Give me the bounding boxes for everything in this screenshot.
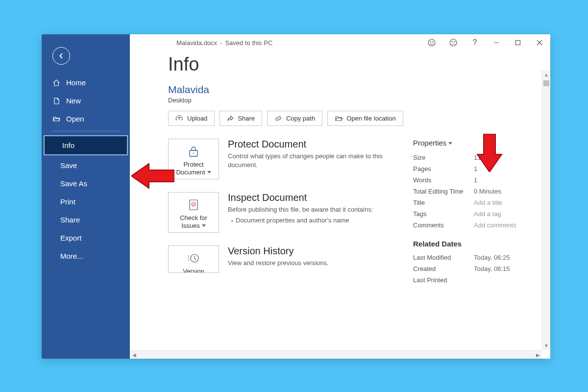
prop-created: CreatedToday, 06:15 (413, 263, 531, 274)
prop-comments[interactable]: CommentsAdd comments (413, 220, 531, 231)
scroll-down-arrow[interactable]: ▼ (542, 342, 550, 350)
svg-point-3 (450, 39, 457, 46)
svg-point-11 (193, 153, 195, 154)
feedback-frown-button[interactable] (442, 34, 464, 51)
prop-last-printed: Last Printed (413, 274, 531, 286)
scroll-thumb[interactable] (543, 80, 549, 86)
section-title: Version History (228, 245, 393, 257)
sidebar-item-export[interactable]: Export (42, 229, 130, 247)
sidebar-label: Export (60, 234, 81, 242)
history-icon (171, 251, 217, 266)
version-history-button[interactable]: Version (168, 245, 219, 273)
help-button[interactable]: ? (464, 34, 486, 51)
sidebar-item-print[interactable]: Print (42, 193, 130, 211)
button-text: Check for (180, 214, 207, 221)
smile-icon (427, 38, 436, 47)
feedback-smile-button[interactable] (421, 34, 442, 51)
check-issues-icon (171, 197, 217, 212)
related-dates-heading: Related Dates (413, 240, 531, 248)
prop-tags[interactable]: TagsAdd a tag (413, 208, 531, 220)
maximize-icon (515, 40, 521, 46)
sidebar-divider (51, 131, 120, 131)
sidebar-label: Print (60, 197, 75, 206)
maximize-button[interactable] (507, 34, 529, 51)
title-sep: - (220, 39, 222, 47)
sidebar-item-info[interactable]: Info (44, 135, 128, 155)
button-text: Version (183, 268, 204, 273)
bullet-item: Document properties and author's name (236, 216, 393, 225)
properties-dropdown[interactable]: Properties (413, 139, 531, 147)
scroll-up-arrow[interactable]: ▲ (542, 71, 550, 79)
cloud-upload-icon (175, 115, 183, 122)
prop-size: Size11.6KB (413, 152, 531, 163)
section-desc: View and restore previous versions. (228, 259, 393, 268)
content-scroll: Info Malavida Desktop Upload Share Copy … (130, 51, 550, 359)
sidebar-label: Info (62, 141, 74, 149)
document-location: Desktop (168, 97, 550, 104)
sidebar-label: Share (60, 216, 80, 224)
sidebar-item-open[interactable]: Open (42, 110, 130, 128)
sidebar-item-more[interactable]: More... (42, 247, 130, 265)
share-icon (227, 115, 234, 122)
svg-rect-7 (516, 41, 520, 45)
svg-point-4 (452, 41, 452, 42)
button-text: Document (176, 169, 205, 176)
properties-column: Properties Size11.6KB Pages1 Words1 Tota… (413, 139, 531, 320)
sidebar-label: Save (60, 161, 77, 170)
scroll-right-arrow[interactable]: ▶ (534, 351, 542, 359)
sidebar-item-save-as[interactable]: Save As (42, 174, 130, 193)
new-doc-icon (52, 97, 60, 105)
svg-point-2 (433, 41, 433, 42)
copy-path-button[interactable]: Copy path (267, 111, 322, 126)
button-label: Upload (187, 115, 207, 122)
open-location-button[interactable]: Open file location (327, 111, 403, 126)
sidebar-item-home[interactable]: Home (42, 74, 130, 92)
page-title: Info (168, 54, 550, 75)
sidebar-item-new[interactable]: New (42, 92, 130, 110)
title-bar: Malavida.docx - Saved to this PC ? (130, 34, 550, 51)
title-filename: Malavida.docx (176, 39, 217, 47)
minimize-button[interactable] (486, 34, 507, 51)
svg-point-0 (428, 39, 435, 46)
protect-document-button[interactable]: ProtectDocument (168, 139, 219, 179)
content-area: Malavida.docx - Saved to this PC ? (130, 34, 550, 359)
svg-point-1 (430, 41, 431, 42)
word-backstage-window: Home New Open Info Save Save As Print (42, 34, 550, 359)
close-button[interactable] (529, 34, 550, 51)
section-title: Inspect Document (228, 192, 393, 203)
sidebar-label: More... (60, 252, 83, 260)
home-icon (52, 79, 60, 87)
sidebar-item-save[interactable]: Save (42, 156, 130, 174)
title-right-controls: ? (421, 34, 550, 51)
scroll-left-arrow[interactable]: ◀ (130, 351, 138, 359)
sidebar-label: Save As (60, 179, 87, 188)
section-title: Protect Document (228, 139, 393, 150)
share-button[interactable]: Share (220, 111, 262, 126)
lock-icon (171, 144, 217, 159)
svg-point-5 (454, 41, 455, 42)
vertical-scrollbar[interactable]: ▲ ▼ (542, 71, 550, 350)
upload-button[interactable]: Upload (168, 111, 215, 126)
document-name: Malavida (168, 84, 550, 96)
section-desc: Control what types of changes people can… (228, 152, 393, 170)
back-button[interactable] (52, 47, 70, 65)
sidebar-label: Open (66, 115, 84, 123)
prop-words: Words1 (413, 174, 531, 186)
prop-title[interactable]: TitleAdd a title (413, 197, 531, 208)
main-columns: ProtectDocument Protect Document Control… (168, 139, 550, 320)
open-folder-icon (52, 115, 60, 123)
horizontal-scrollbar[interactable]: ◀ ▶ (130, 350, 542, 359)
section-desc: Before publishing this file, be aware th… (228, 205, 393, 225)
sidebar-item-share[interactable]: Share (42, 211, 130, 229)
close-icon (537, 40, 542, 46)
sidebar-label: Home (66, 78, 86, 87)
button-label: Copy path (286, 115, 315, 122)
desc-text: Before publishing this file, be aware th… (228, 206, 373, 213)
check-issues-button[interactable]: Check forIssues (168, 192, 219, 233)
button-label: Share (238, 115, 255, 122)
minimize-icon (493, 40, 499, 46)
link-icon (274, 115, 282, 122)
prop-pages: Pages1 (413, 163, 531, 174)
version-section: Version Version History View and restore… (168, 245, 393, 273)
inspect-section: Check forIssues Inspect Document Before … (168, 192, 393, 233)
